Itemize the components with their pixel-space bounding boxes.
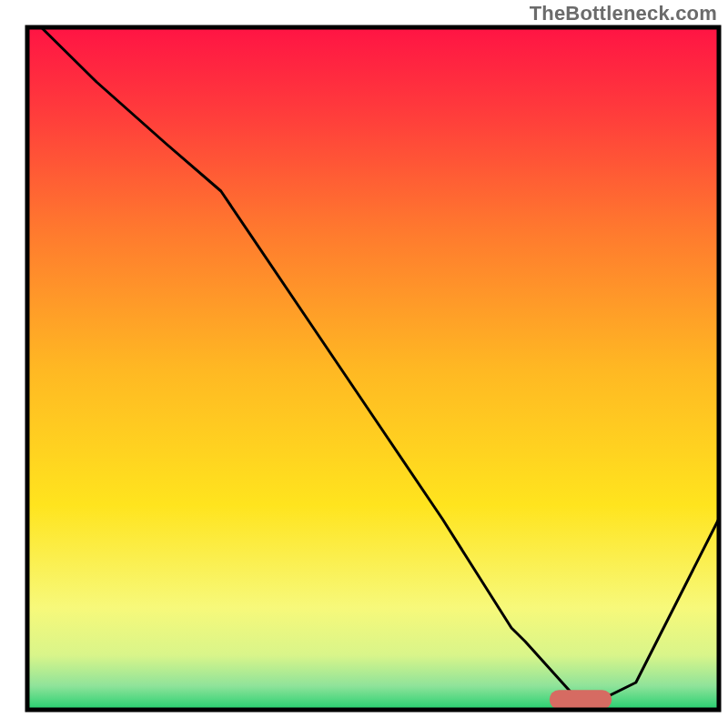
- watermark-text: TheBottleneck.com: [530, 2, 717, 25]
- bottleneck-chart: TheBottleneck.com: [0, 0, 728, 728]
- optimal-range-marker: [550, 690, 612, 709]
- chart-svg: [0, 0, 728, 728]
- plot-background: [27, 27, 719, 710]
